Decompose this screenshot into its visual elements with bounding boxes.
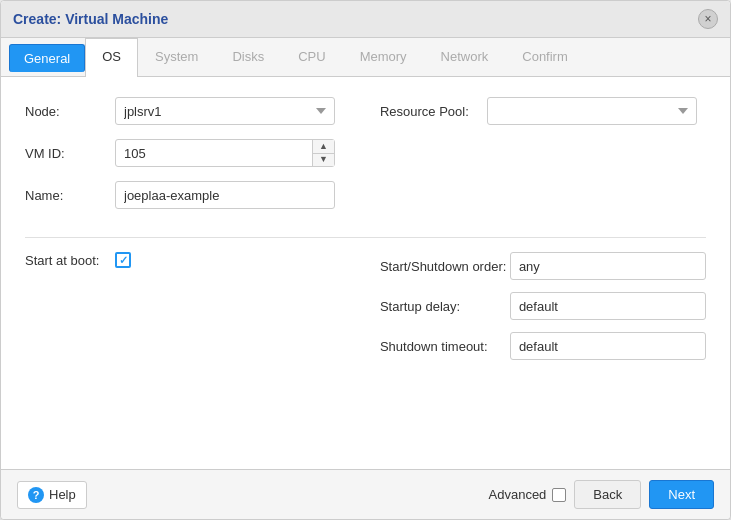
help-button[interactable]: ? Help	[17, 481, 87, 509]
tab-cpu[interactable]: CPU	[281, 38, 342, 77]
name-label: Name:	[25, 188, 115, 203]
node-select[interactable]: jplsrv1	[115, 97, 335, 125]
vmid-input[interactable]	[115, 139, 335, 167]
startup-delay-input[interactable]	[510, 292, 706, 320]
tab-disks[interactable]: Disks	[215, 38, 281, 77]
node-row: Node: jplsrv1	[25, 97, 380, 125]
tab-memory[interactable]: Memory	[343, 38, 424, 77]
shutdown-timeout-row: Shutdown timeout:	[380, 332, 706, 360]
tab-confirm[interactable]: Confirm	[505, 38, 585, 77]
boot-section: Start at boot: Start/Shutdown order: Sta…	[25, 252, 706, 372]
resource-pool-row: Resource Pool:	[380, 97, 706, 125]
dialog-title: Create: Virtual Machine	[13, 11, 168, 27]
start-at-boot-checkbox-wrapper	[115, 252, 131, 268]
start-at-boot-checkbox[interactable]	[115, 252, 131, 268]
name-row: Name:	[25, 181, 380, 209]
vmid-decrement[interactable]: ▼	[313, 154, 334, 167]
start-at-boot-row: Start at boot:	[25, 252, 380, 268]
tab-os[interactable]: OS	[85, 38, 138, 77]
name-input[interactable]	[115, 181, 335, 209]
advanced-wrapper: Advanced	[489, 487, 567, 502]
resource-pool-label: Resource Pool:	[380, 104, 469, 119]
advanced-label: Advanced	[489, 487, 547, 502]
footer-left: ? Help	[17, 481, 87, 509]
back-button[interactable]: Back	[574, 480, 641, 509]
start-at-boot-label: Start at boot:	[25, 253, 115, 268]
start-shutdown-row: Start/Shutdown order:	[380, 252, 706, 280]
tab-general[interactable]: General	[9, 44, 85, 72]
start-at-boot-col: Start at boot:	[25, 252, 380, 372]
shutdown-timeout-label: Shutdown timeout:	[380, 339, 510, 354]
form-content: Node: jplsrv1 VM ID: ▲ ▼	[1, 77, 730, 469]
vmid-spinners: ▲ ▼	[312, 140, 334, 166]
vmid-label: VM ID:	[25, 146, 115, 161]
close-button[interactable]: ×	[698, 9, 718, 29]
create-vm-dialog: Create: Virtual Machine × General OS Sys…	[0, 0, 731, 520]
start-shutdown-label: Start/Shutdown order:	[380, 259, 510, 274]
tab-network[interactable]: Network	[424, 38, 506, 77]
dialog-header: Create: Virtual Machine ×	[1, 1, 730, 38]
node-label: Node:	[25, 104, 115, 119]
vmid-input-wrapper: ▲ ▼	[115, 139, 335, 167]
left-column: Node: jplsrv1 VM ID: ▲ ▼	[25, 97, 380, 223]
tab-system[interactable]: System	[138, 38, 215, 77]
right-column: Resource Pool:	[380, 97, 706, 223]
tab-bar: General OS System Disks CPU Memory Netwo…	[1, 38, 730, 77]
footer-right: Advanced Back Next	[489, 480, 714, 509]
vmid-increment[interactable]: ▲	[313, 140, 334, 154]
startup-delay-label: Startup delay:	[380, 299, 510, 314]
shutdown-timeout-input[interactable]	[510, 332, 706, 360]
start-shutdown-input[interactable]	[510, 252, 706, 280]
resource-pool-select[interactable]	[487, 97, 697, 125]
help-label: Help	[49, 487, 76, 502]
advanced-checkbox[interactable]	[552, 488, 566, 502]
divider	[25, 237, 706, 238]
startup-delay-row: Startup delay:	[380, 292, 706, 320]
vmid-row: VM ID: ▲ ▼	[25, 139, 380, 167]
dialog-footer: ? Help Advanced Back Next	[1, 469, 730, 519]
shutdown-fields: Start/Shutdown order: Startup delay: Shu…	[380, 252, 706, 372]
help-icon: ?	[28, 487, 44, 503]
next-button[interactable]: Next	[649, 480, 714, 509]
